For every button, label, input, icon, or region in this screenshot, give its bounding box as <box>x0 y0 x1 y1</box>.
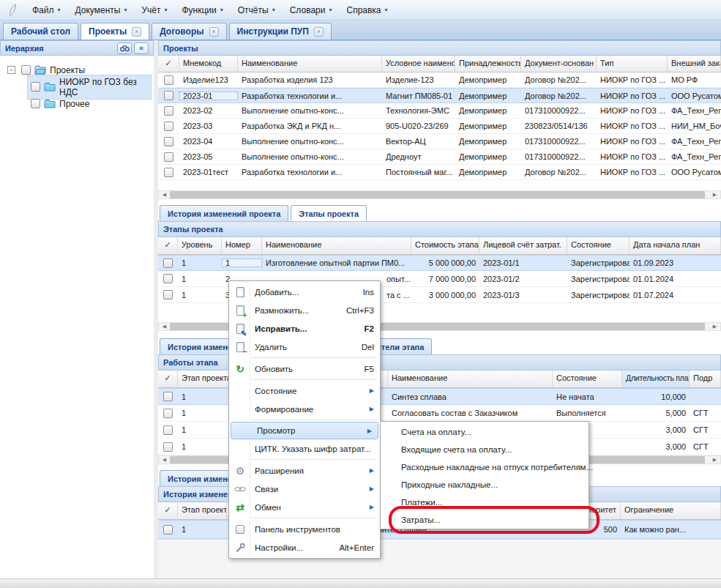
row-checkbox[interactable] <box>164 122 173 131</box>
column-header[interactable]: ✓ <box>158 237 178 254</box>
tab-close-icon[interactable]: × <box>132 27 141 37</box>
column-header[interactable]: Номер <box>222 237 262 254</box>
context-menu-item[interactable]: Исправить...F2 <box>229 319 380 338</box>
scroll-left-icon[interactable]: ◀ <box>159 191 170 198</box>
cell: Технология-ЭМС <box>382 106 455 115</box>
row-checkbox[interactable] <box>163 274 173 283</box>
tab-close-icon[interactable]: × <box>314 27 324 37</box>
row-checkbox[interactable] <box>163 392 173 401</box>
scroll-right-icon[interactable]: ▶ <box>709 456 720 464</box>
table-row[interactable]: 11Изготовление опытной партии ПМ0...5 00… <box>158 255 721 271</box>
menubar-item[interactable]: Функции▾ <box>174 2 230 18</box>
submenu-item[interactable]: Расходные накладные на отпуск потребител… <box>381 458 589 476</box>
table-row[interactable]: Изделие123Разработка изделия 123Изделие-… <box>158 72 721 88</box>
row-checkbox[interactable] <box>164 91 173 100</box>
column-header[interactable]: Наименование <box>262 237 411 254</box>
column-header[interactable]: ✓ <box>158 502 178 519</box>
scroll-left-icon[interactable]: ◀ <box>159 323 170 330</box>
column-header[interactable]: ✓ <box>158 56 179 72</box>
collapse-left-icon[interactable]: « <box>134 42 149 54</box>
tab[interactable]: История изменений проекта <box>160 205 288 221</box>
menubar-item[interactable]: Справка▾ <box>339 2 395 18</box>
menubar-item[interactable]: Отчёты▾ <box>231 2 283 18</box>
table-row[interactable]: 2023-02Выполнение опытно-конс...Технолог… <box>158 103 721 119</box>
tab[interactable]: Рабочий стол <box>3 23 78 40</box>
context-menu-item[interactable]: УдалитьDel <box>229 338 380 356</box>
row-checkbox[interactable] <box>163 425 173 435</box>
tab[interactable]: Проекты× <box>81 23 149 40</box>
tab-close-icon[interactable]: × <box>209 27 219 37</box>
menubar-item[interactable]: Учёт▾ <box>134 2 174 18</box>
context-menu-item[interactable]: ⚙Расширения▶ <box>229 461 380 480</box>
row-checkbox[interactable] <box>164 137 173 146</box>
column-header[interactable]: Подр <box>690 371 721 387</box>
row-checkbox[interactable] <box>164 106 173 116</box>
context-menu-item[interactable]: Просмотр▶ <box>231 422 378 439</box>
column-header[interactable]: Уровень <box>178 237 222 254</box>
column-header[interactable]: Длительность план▼ <box>622 371 690 387</box>
table-row[interactable]: 2023-01тестРазработка технологии и...Пос… <box>158 165 721 180</box>
scrollbar-thumb[interactable] <box>170 191 705 198</box>
tree-checkbox[interactable] <box>31 99 40 108</box>
column-header[interactable]: Тип <box>597 56 668 72</box>
column-header[interactable]: Стоимость этапа <box>411 237 479 254</box>
tree-checkbox[interactable] <box>21 65 31 75</box>
scroll-right-icon[interactable]: ▶ <box>709 323 720 330</box>
column-header[interactable]: Состояние <box>567 237 630 254</box>
menubar-item[interactable]: Документы▾ <box>68 2 135 18</box>
context-menu-item[interactable]: Связи▶ <box>229 480 380 498</box>
tab[interactable]: Этапы проекта <box>291 205 367 221</box>
column-header[interactable]: Условное наименова <box>382 56 455 72</box>
context-menu-item[interactable]: ↻ОбновитьF5 <box>229 360 380 378</box>
context-menu-item[interactable]: Формирование▶ <box>229 400 380 418</box>
tree-item[interactable]: НИОКР по ГОЗ без НДС <box>3 78 151 95</box>
row-checkbox[interactable] <box>163 258 173 268</box>
tree-expander-icon[interactable]: − <box>7 66 15 74</box>
column-header[interactable]: ✓ <box>158 371 178 387</box>
table-row[interactable]: 2023-03Разработка ЭКД и РКД н...905-U020… <box>158 119 721 134</box>
row-checkbox[interactable] <box>164 168 173 177</box>
column-header[interactable]: Наименование <box>238 56 382 72</box>
context-menu-item[interactable]: Настройки...Alt+Enter <box>229 538 380 557</box>
tab[interactable]: Договоры× <box>152 23 226 40</box>
menubar-item[interactable]: Файл▾ <box>25 2 68 18</box>
tree-checkbox[interactable] <box>31 82 40 92</box>
menu-separator <box>251 518 377 518</box>
scroll-right-icon[interactable]: ▶ <box>709 191 720 198</box>
column-header[interactable]: Документ-основан <box>521 56 597 72</box>
column-header[interactable]: Мнемокод <box>179 56 238 72</box>
context-menu-item[interactable]: Добавить...Ins <box>229 283 380 301</box>
context-menu-item[interactable]: Состояние▶ <box>229 382 380 400</box>
table-row[interactable]: 2023-04Выполнение опытно-конс...Вектор-А… <box>158 134 721 149</box>
row-checkbox[interactable] <box>163 409 173 418</box>
scroll-left-icon[interactable]: ◀ <box>159 456 170 464</box>
column-header[interactable]: Состояние <box>553 371 622 387</box>
context-menu-item[interactable]: Размножить...Ctrl+F3 <box>229 301 380 319</box>
row-checkbox[interactable] <box>163 525 173 535</box>
table-row[interactable]: 2023-05Выполнение опытно-конс...Дредноут… <box>158 149 721 165</box>
menubar-item[interactable]: Словари▾ <box>283 2 340 18</box>
row-checkbox[interactable] <box>164 152 173 162</box>
submenu-item[interactable]: Счета на оплату... <box>381 423 589 441</box>
column-header[interactable]: Лицевой счёт затрат. <box>479 237 567 254</box>
row-checkbox[interactable] <box>163 290 173 299</box>
row-checkbox[interactable] <box>163 442 173 452</box>
row-checkbox[interactable] <box>164 75 173 85</box>
column-header[interactable]: Принадлежность <box>455 56 521 72</box>
column-header[interactable]: Дата начала план <box>630 237 721 254</box>
horizontal-scrollbar[interactable]: ◀ ▶ <box>158 190 721 199</box>
submenu-item[interactable]: Приходные накладные... <box>381 476 589 494</box>
binoculars-icon[interactable] <box>117 42 132 54</box>
column-header[interactable]: Наименование <box>388 371 553 387</box>
menu-item-label: Обновить <box>249 365 359 373</box>
stage-tabs: История изменений проектаЭтапы проекта <box>158 204 721 221</box>
column-header[interactable]: Ограничение <box>621 502 721 519</box>
context-menu-item[interactable]: Панель инструментов <box>229 520 380 538</box>
context-menu-item[interactable]: ⇄Обмен▶ <box>229 498 380 516</box>
submenu-item[interactable]: Входящие счета на оплату... <box>381 441 589 458</box>
column-header[interactable]: Этап проекта <box>178 502 227 519</box>
context-menu-item[interactable]: ЦИТК. Указать шифр затрат... <box>229 439 380 458</box>
table-row[interactable]: 2023-01Разработка технологии и...Магнит … <box>158 88 721 103</box>
tab[interactable]: Инструкции ПУП× <box>229 23 332 40</box>
column-header[interactable]: Внешний заказчик <box>668 56 721 72</box>
